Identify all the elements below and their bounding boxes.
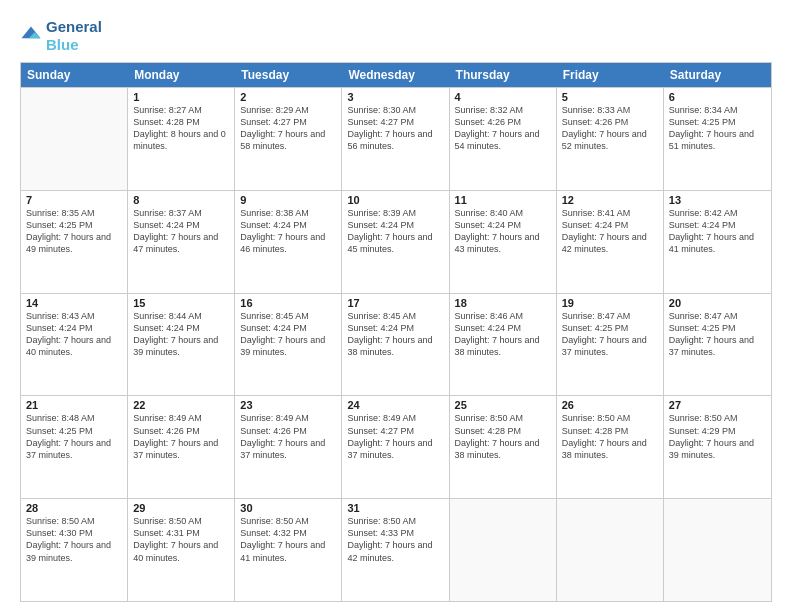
day-number: 27 xyxy=(669,399,766,411)
day-info: Sunrise: 8:44 AMSunset: 4:24 PMDaylight:… xyxy=(133,310,229,359)
day-number: 23 xyxy=(240,399,336,411)
calendar-week: 28Sunrise: 8:50 AMSunset: 4:30 PMDayligh… xyxy=(21,498,771,601)
table-row: 2Sunrise: 8:29 AMSunset: 4:27 PMDaylight… xyxy=(235,88,342,190)
day-info: Sunrise: 8:30 AMSunset: 4:27 PMDaylight:… xyxy=(347,104,443,153)
day-number: 7 xyxy=(26,194,122,206)
table-row: 30Sunrise: 8:50 AMSunset: 4:32 PMDayligh… xyxy=(235,499,342,601)
day-number: 29 xyxy=(133,502,229,514)
day-info: Sunrise: 8:50 AMSunset: 4:32 PMDaylight:… xyxy=(240,515,336,564)
logo-icon xyxy=(20,25,42,47)
day-info: Sunrise: 8:41 AMSunset: 4:24 PMDaylight:… xyxy=(562,207,658,256)
table-row: 19Sunrise: 8:47 AMSunset: 4:25 PMDayligh… xyxy=(557,294,664,396)
table-row xyxy=(664,499,771,601)
day-info: Sunrise: 8:43 AMSunset: 4:24 PMDaylight:… xyxy=(26,310,122,359)
day-info: Sunrise: 8:42 AMSunset: 4:24 PMDaylight:… xyxy=(669,207,766,256)
table-row: 28Sunrise: 8:50 AMSunset: 4:30 PMDayligh… xyxy=(21,499,128,601)
day-number: 31 xyxy=(347,502,443,514)
table-row: 18Sunrise: 8:46 AMSunset: 4:24 PMDayligh… xyxy=(450,294,557,396)
table-row: 20Sunrise: 8:47 AMSunset: 4:25 PMDayligh… xyxy=(664,294,771,396)
day-info: Sunrise: 8:50 AMSunset: 4:28 PMDaylight:… xyxy=(455,412,551,461)
day-number: 2 xyxy=(240,91,336,103)
day-number: 15 xyxy=(133,297,229,309)
table-row: 4Sunrise: 8:32 AMSunset: 4:26 PMDaylight… xyxy=(450,88,557,190)
day-info: Sunrise: 8:39 AMSunset: 4:24 PMDaylight:… xyxy=(347,207,443,256)
day-info: Sunrise: 8:50 AMSunset: 4:33 PMDaylight:… xyxy=(347,515,443,564)
day-number: 6 xyxy=(669,91,766,103)
table-row: 6Sunrise: 8:34 AMSunset: 4:25 PMDaylight… xyxy=(664,88,771,190)
day-number: 4 xyxy=(455,91,551,103)
table-row xyxy=(557,499,664,601)
weekday-header: Saturday xyxy=(664,63,771,87)
weekday-header: Thursday xyxy=(450,63,557,87)
table-row: 23Sunrise: 8:49 AMSunset: 4:26 PMDayligh… xyxy=(235,396,342,498)
day-number: 28 xyxy=(26,502,122,514)
day-info: Sunrise: 8:35 AMSunset: 4:25 PMDaylight:… xyxy=(26,207,122,256)
table-row: 26Sunrise: 8:50 AMSunset: 4:28 PMDayligh… xyxy=(557,396,664,498)
day-number: 21 xyxy=(26,399,122,411)
weekday-header: Sunday xyxy=(21,63,128,87)
day-number: 22 xyxy=(133,399,229,411)
day-info: Sunrise: 8:37 AMSunset: 4:24 PMDaylight:… xyxy=(133,207,229,256)
calendar-header: SundayMondayTuesdayWednesdayThursdayFrid… xyxy=(21,63,771,87)
day-number: 3 xyxy=(347,91,443,103)
day-info: Sunrise: 8:48 AMSunset: 4:25 PMDaylight:… xyxy=(26,412,122,461)
table-row: 15Sunrise: 8:44 AMSunset: 4:24 PMDayligh… xyxy=(128,294,235,396)
logo-text: General Blue xyxy=(46,18,102,54)
calendar-week: 14Sunrise: 8:43 AMSunset: 4:24 PMDayligh… xyxy=(21,293,771,396)
calendar-body: 1Sunrise: 8:27 AMSunset: 4:28 PMDaylight… xyxy=(21,87,771,601)
day-info: Sunrise: 8:29 AMSunset: 4:27 PMDaylight:… xyxy=(240,104,336,153)
table-row: 22Sunrise: 8:49 AMSunset: 4:26 PMDayligh… xyxy=(128,396,235,498)
table-row: 13Sunrise: 8:42 AMSunset: 4:24 PMDayligh… xyxy=(664,191,771,293)
day-number: 16 xyxy=(240,297,336,309)
day-info: Sunrise: 8:50 AMSunset: 4:29 PMDaylight:… xyxy=(669,412,766,461)
weekday-header: Monday xyxy=(128,63,235,87)
day-number: 8 xyxy=(133,194,229,206)
day-info: Sunrise: 8:33 AMSunset: 4:26 PMDaylight:… xyxy=(562,104,658,153)
table-row: 3Sunrise: 8:30 AMSunset: 4:27 PMDaylight… xyxy=(342,88,449,190)
day-info: Sunrise: 8:38 AMSunset: 4:24 PMDaylight:… xyxy=(240,207,336,256)
day-number: 14 xyxy=(26,297,122,309)
weekday-header: Tuesday xyxy=(235,63,342,87)
table-row: 12Sunrise: 8:41 AMSunset: 4:24 PMDayligh… xyxy=(557,191,664,293)
day-number: 10 xyxy=(347,194,443,206)
table-row: 10Sunrise: 8:39 AMSunset: 4:24 PMDayligh… xyxy=(342,191,449,293)
table-row: 25Sunrise: 8:50 AMSunset: 4:28 PMDayligh… xyxy=(450,396,557,498)
calendar-week: 1Sunrise: 8:27 AMSunset: 4:28 PMDaylight… xyxy=(21,87,771,190)
day-info: Sunrise: 8:34 AMSunset: 4:25 PMDaylight:… xyxy=(669,104,766,153)
weekday-header: Wednesday xyxy=(342,63,449,87)
day-number: 12 xyxy=(562,194,658,206)
day-info: Sunrise: 8:50 AMSunset: 4:30 PMDaylight:… xyxy=(26,515,122,564)
day-info: Sunrise: 8:50 AMSunset: 4:31 PMDaylight:… xyxy=(133,515,229,564)
table-row: 31Sunrise: 8:50 AMSunset: 4:33 PMDayligh… xyxy=(342,499,449,601)
day-info: Sunrise: 8:49 AMSunset: 4:26 PMDaylight:… xyxy=(133,412,229,461)
day-info: Sunrise: 8:47 AMSunset: 4:25 PMDaylight:… xyxy=(562,310,658,359)
weekday-header: Friday xyxy=(557,63,664,87)
day-info: Sunrise: 8:46 AMSunset: 4:24 PMDaylight:… xyxy=(455,310,551,359)
logo: General Blue xyxy=(20,18,102,54)
day-number: 17 xyxy=(347,297,443,309)
day-info: Sunrise: 8:49 AMSunset: 4:26 PMDaylight:… xyxy=(240,412,336,461)
day-info: Sunrise: 8:32 AMSunset: 4:26 PMDaylight:… xyxy=(455,104,551,153)
day-number: 9 xyxy=(240,194,336,206)
day-number: 1 xyxy=(133,91,229,103)
day-number: 5 xyxy=(562,91,658,103)
table-row: 11Sunrise: 8:40 AMSunset: 4:24 PMDayligh… xyxy=(450,191,557,293)
table-row: 7Sunrise: 8:35 AMSunset: 4:25 PMDaylight… xyxy=(21,191,128,293)
table-row: 9Sunrise: 8:38 AMSunset: 4:24 PMDaylight… xyxy=(235,191,342,293)
calendar-week: 21Sunrise: 8:48 AMSunset: 4:25 PMDayligh… xyxy=(21,395,771,498)
day-number: 13 xyxy=(669,194,766,206)
day-info: Sunrise: 8:27 AMSunset: 4:28 PMDaylight:… xyxy=(133,104,229,153)
table-row xyxy=(21,88,128,190)
day-info: Sunrise: 8:49 AMSunset: 4:27 PMDaylight:… xyxy=(347,412,443,461)
table-row: 21Sunrise: 8:48 AMSunset: 4:25 PMDayligh… xyxy=(21,396,128,498)
table-row: 24Sunrise: 8:49 AMSunset: 4:27 PMDayligh… xyxy=(342,396,449,498)
day-info: Sunrise: 8:45 AMSunset: 4:24 PMDaylight:… xyxy=(347,310,443,359)
table-row: 1Sunrise: 8:27 AMSunset: 4:28 PMDaylight… xyxy=(128,88,235,190)
day-number: 11 xyxy=(455,194,551,206)
day-number: 18 xyxy=(455,297,551,309)
day-number: 30 xyxy=(240,502,336,514)
day-number: 20 xyxy=(669,297,766,309)
table-row: 16Sunrise: 8:45 AMSunset: 4:24 PMDayligh… xyxy=(235,294,342,396)
table-row xyxy=(450,499,557,601)
table-row: 14Sunrise: 8:43 AMSunset: 4:24 PMDayligh… xyxy=(21,294,128,396)
